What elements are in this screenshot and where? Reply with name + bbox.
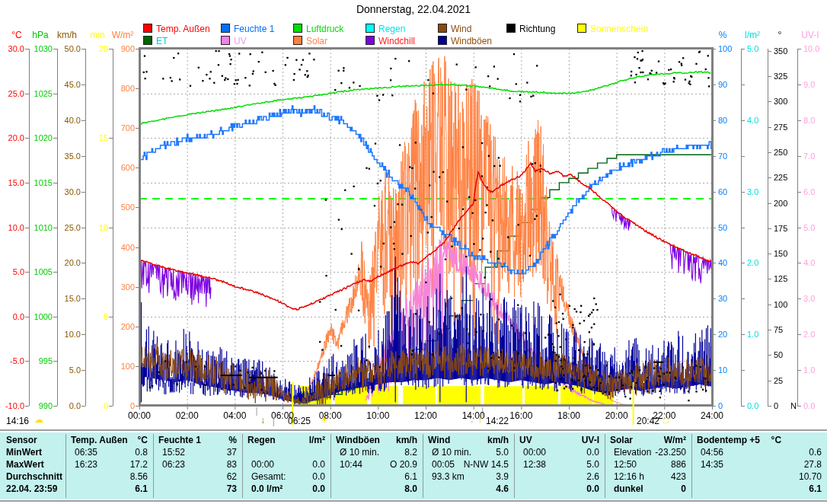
axis-unit-hPa: hPa [32,30,48,40]
axis-tick-label: 4.0 [747,116,758,126]
axis-tick-label: 995 [39,356,53,366]
axis-tick-label: 1030 [34,44,53,54]
table-cell-time: 12:16 h [614,472,644,482]
table-col-header: Feuchte 1 [158,435,201,445]
table-cell-value: 83 [227,460,237,470]
sun-icon: ☀ [320,415,329,425]
axis-tick-label: 1020 [34,133,53,143]
axis-tick-label: 25.0 [8,89,24,99]
axis-tick-label: 35.0 [65,152,81,161]
arrow-up-icon: ↑ [477,416,482,426]
table-cell-value: 10.70 [799,472,822,482]
axis-tick-label: 0.0 [747,401,758,411]
x-axis-label: 16:00 [509,411,532,421]
table-cell-time: 04:56 [701,448,723,458]
axis-tick-label: -10.0 [5,401,24,411]
axis-tick-label: 3.0 [747,187,758,197]
axis-tick-label: 5.0 [803,223,815,233]
table-cell-time: 12:50 [614,460,637,470]
axis-tick-label: 1000 [34,312,53,322]
table-cell-time: Ø 10 min. [432,448,471,458]
table-cell-value: 62 [227,472,237,482]
axis-tick-label: 30.0 [65,187,81,197]
table-divider [514,434,515,498]
axis-tick-label: 75 [774,325,783,335]
table-cell-value: 4.6 [496,484,509,494]
axis-tick-label: 6.0 [803,187,815,197]
axis-tick-label: 0.0 [803,401,815,411]
table-cell-value: 8.56 [130,472,148,482]
table-cell-time: 14:35 [701,460,723,470]
axis-tick-label: 20.0 [8,133,24,143]
table-cell-time: Gesamt: [251,472,286,482]
legend-label: Solar [306,36,327,46]
axis-tick-label: 1010 [34,223,53,233]
table-cell-value: 6.1 [809,484,822,494]
x-axis-label: 02:00 [176,411,199,421]
axis-unit-°: ° [778,30,782,40]
table-row-label: MaxWert [6,460,44,470]
axis-tick-label: 200 [774,199,787,209]
axis-tick-label: 275 [774,123,787,132]
table-col-unit: °C [138,435,148,445]
table-col-header: UV [519,435,532,445]
table-col-header: Regen [247,435,276,445]
axis-tick-label: 15 [99,133,108,143]
axis-unit-W/m²: W/m² [112,30,134,40]
axis-tick-label: 50 [774,350,783,360]
legend-item-solar: Solar [293,36,327,46]
axis-tick-label: 1.0 [803,365,815,375]
legend-item-feuchte-1: Feuchte 1 [221,24,274,34]
axis-tick-label: 10 [99,223,108,233]
legend-swatch [438,24,447,33]
table-col-unit: W/m² [664,435,686,445]
axis-tick-label: 600 [121,163,135,173]
axis-unit-UV-I: UV-I [801,30,819,40]
axis-tick-label: 100 [121,362,135,372]
table-cell-time: 16:23 [75,460,97,470]
axis-tick-label: 1.0 [747,330,758,340]
table-cell-value: 886 [671,460,686,470]
table-cell-time: 00:00 [523,448,546,458]
table-cell-time: 12:38 [523,460,546,470]
x-axis-label: 10:00 [366,411,389,421]
axis-tick-label: 10 [718,365,727,375]
axis-tick-label: 20 [718,330,727,340]
table-cell-time: 00:05 [432,460,455,470]
axis-tick-label: 20.0 [65,258,81,268]
x-axis-label: 18:00 [557,411,580,421]
legend-swatch [438,36,447,45]
table-cell-value: 0.6 [809,448,822,458]
legend-label: ET [156,36,168,46]
axis-tick-label: 20 [99,44,108,54]
table-cell-value: 17.2 [130,460,148,470]
axis-tick-label: 990 [39,401,53,411]
table-cell-value: N-NW 14.5 [464,460,509,470]
axis-tick-label: 25 [774,376,783,386]
table-cell-value: 0.0 [586,484,599,494]
legend-item-wind: Wind [438,24,471,34]
axis-tick-label: 10.0 [803,44,819,54]
axis-tick-label: 4.0 [803,258,815,268]
axis-tick-label: 2.0 [747,258,758,268]
axis-tick-label: 10.0 [65,330,81,340]
axis-tick-label: 15.0 [8,178,24,188]
axis-tick-label: 2.0 [803,330,815,340]
axis-tick-label: 40 [718,258,727,268]
table-col-header: Bodentemp +5 [697,435,760,445]
legend-swatch [293,36,302,45]
table-divider [242,434,243,498]
table-cell-value: 6.1 [135,484,148,494]
axis-tick-label: -5.0 [10,356,24,366]
axis-tick-label: 50.0 [65,44,81,54]
axis-tick-label: 5.0 [747,44,758,54]
square-icon: □ [663,416,669,426]
x-axis-label: 04:00 [223,411,246,421]
legend-item-windchill: Windchill [366,36,415,46]
table-row-label: 22.04. 23:59 [6,484,57,494]
legend-swatch [577,24,586,33]
legend-swatch [143,36,152,45]
tick-glyph: ❘ [270,416,277,426]
legend-swatch [293,24,302,33]
moon-time-label: 14:16 [6,416,29,426]
